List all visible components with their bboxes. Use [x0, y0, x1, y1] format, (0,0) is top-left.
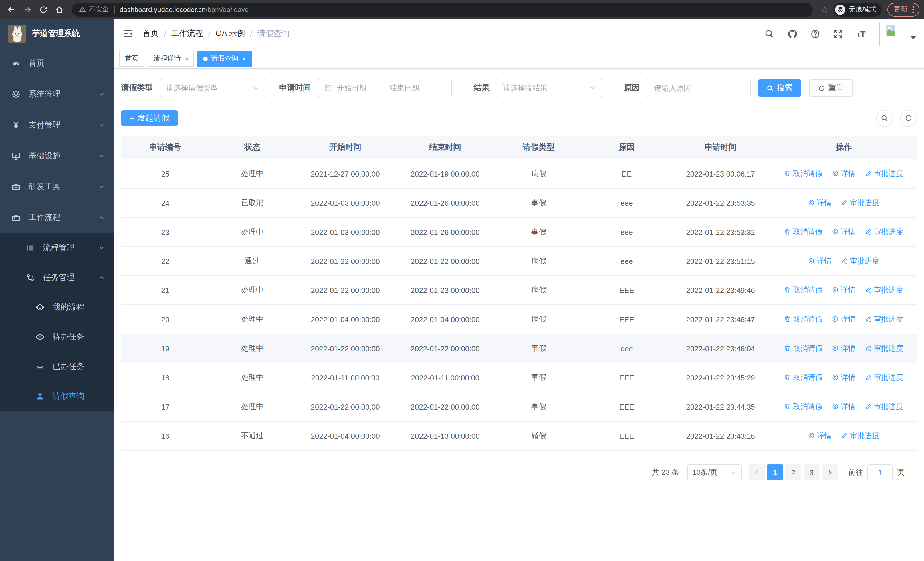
chevron-down-icon	[98, 152, 105, 159]
help-icon[interactable]	[809, 28, 821, 39]
create-leave-button[interactable]: + 发起请假	[121, 110, 178, 126]
approval-progress-link[interactable]: 审批进度	[864, 402, 903, 412]
view-icon	[831, 345, 839, 352]
detail-link[interactable]: 详情	[831, 373, 855, 383]
detail-link[interactable]: 详情	[831, 402, 855, 412]
approval-progress-link[interactable]: 审批进度	[864, 314, 903, 325]
page-size-select[interactable]: 10条/页	[687, 465, 742, 480]
cell-end: 2022-01-22 00:00:00	[396, 392, 495, 421]
result-select[interactable]: 请选择流结果	[496, 79, 602, 97]
sidebar-item-done-tasks[interactable]: 已办任务	[0, 352, 114, 382]
url-bar[interactable]: 不安全 dashboard.yudao.iocoder.cn/bpm/oa/le…	[72, 3, 813, 16]
goto-page-input[interactable]	[867, 465, 892, 480]
close-icon[interactable]: ×	[242, 55, 246, 62]
detail-link[interactable]: 详情	[808, 256, 831, 266]
cancel-leave-link[interactable]: 取消请假	[784, 373, 823, 383]
sidebar-item-todo-tasks[interactable]: 待办任务	[0, 322, 114, 352]
view-icon	[808, 257, 815, 265]
show-search-icon-button[interactable]	[876, 110, 893, 127]
tag-label: 首页	[125, 54, 139, 63]
cancel-leave-link[interactable]: 取消请假	[784, 314, 823, 325]
prev-page-button[interactable]	[749, 465, 765, 480]
font-size-icon[interactable]: тT	[855, 28, 866, 39]
detail-link[interactable]: 详情	[808, 431, 831, 441]
approval-progress-link[interactable]: 审批进度	[864, 227, 903, 237]
fullscreen-icon[interactable]	[832, 28, 843, 39]
page-button-3[interactable]: 3	[804, 465, 819, 480]
approval-progress-link[interactable]: 审批进度	[864, 373, 903, 383]
chevron-down-icon	[98, 91, 105, 98]
detail-link[interactable]: 详情	[831, 285, 855, 295]
sidebar-item-payment[interactable]: ¥ 支付管理	[0, 110, 114, 141]
tag-home[interactable]: 首页	[119, 51, 144, 66]
approval-progress-link[interactable]: 审批进度	[864, 168, 903, 179]
sidebar-fold-icon[interactable]	[122, 28, 134, 39]
tag-process-detail[interactable]: 流程详情 ×	[148, 51, 194, 66]
breadcrumb-item[interactable]: OA 示例	[216, 29, 245, 39]
browser-home-icon[interactable]	[52, 3, 66, 16]
sidebar-item-home[interactable]: 首页	[0, 48, 114, 79]
close-icon[interactable]: ×	[185, 55, 189, 62]
page-button-1[interactable]: 1	[767, 465, 783, 480]
sidebar-item-process-mgmt[interactable]: 流程管理	[0, 233, 114, 263]
cell-id: 19	[121, 334, 210, 363]
approval-progress-link[interactable]: 审批进度	[864, 343, 903, 353]
app-logo[interactable]: 芋道管理系统	[0, 19, 114, 48]
next-page-button[interactable]	[822, 465, 838, 480]
detail-link[interactable]: 详情	[831, 314, 855, 325]
leave-table: 申请编号 状态 开始时间 结束时间 请假类型 原因 申请时间 操作 25	[121, 136, 917, 451]
github-icon[interactable]	[786, 28, 798, 39]
sidebar-item-devtools[interactable]: 研发工具	[0, 171, 114, 202]
apply-time-range-picker[interactable]: 开始日期 - 结束日期	[318, 79, 452, 97]
detail-link[interactable]: 详情	[831, 343, 855, 353]
search-button[interactable]: 搜索	[758, 80, 801, 96]
cancel-leave-link[interactable]: 取消请假	[784, 285, 823, 295]
sidebar-item-my-process[interactable]: 我的流程	[0, 292, 114, 322]
detail-link[interactable]: 详情	[831, 168, 855, 179]
cancel-leave-link[interactable]: 取消请假	[784, 343, 823, 353]
table-header-row: 申请编号 状态 开始时间 结束时间 请假类型 原因 申请时间 操作	[121, 136, 917, 159]
avatar[interactable]	[879, 21, 902, 46]
sidebar-item-label: 我的流程	[52, 302, 84, 313]
cell-actions: 取消请假 详情 审批进度	[771, 217, 917, 247]
browser-forward-icon[interactable]	[21, 3, 34, 16]
reason-input[interactable]	[653, 83, 744, 93]
cell-status: 处理中	[210, 305, 295, 334]
browser-update-button[interactable]: 更新	[888, 3, 920, 16]
detail-link[interactable]: 详情	[831, 227, 855, 237]
browser-menu-icon[interactable]	[912, 5, 914, 14]
edit-pen-icon	[864, 170, 872, 177]
cell-end: 2022-01-13 00:00:00	[396, 421, 495, 450]
cell-id: 17	[121, 392, 210, 421]
cancel-leave-link[interactable]: 取消请假	[784, 402, 823, 412]
tags-bar: 首页 流程详情 × 请假查询 ×	[114, 49, 924, 69]
cancel-leave-link[interactable]: 取消请假	[784, 227, 823, 237]
reset-button[interactable]: 重置	[809, 80, 853, 96]
update-label: 更新	[894, 5, 908, 14]
sidebar-item-workflow[interactable]: 工作流程	[0, 202, 114, 233]
refresh-table-icon-button[interactable]	[900, 110, 917, 127]
leave-type-select[interactable]: 请选择请假类型	[160, 79, 266, 97]
page-button-2[interactable]: 2	[785, 465, 801, 480]
search-icon	[880, 114, 889, 122]
browser-reload-icon[interactable]	[36, 3, 50, 16]
breadcrumb-item[interactable]: 工作流程	[171, 29, 203, 39]
tag-leave-query[interactable]: 请假查询 ×	[198, 51, 252, 66]
sidebar-item-infra[interactable]: 基础设施	[0, 141, 114, 171]
caret-down-icon[interactable]	[910, 36, 916, 39]
sidebar-item-leave-query[interactable]: 请假查询	[0, 382, 114, 411]
sidebar-item-system[interactable]: 系统管理	[0, 79, 114, 110]
search-icon[interactable]	[764, 28, 775, 39]
approval-progress-link[interactable]: 审批进度	[841, 256, 879, 266]
cancel-leave-link[interactable]: 取消请假	[784, 168, 823, 179]
browser-back-icon[interactable]	[4, 3, 18, 16]
approval-progress-link[interactable]: 审批进度	[841, 431, 879, 441]
col-header-apply: 申请时间	[670, 136, 771, 159]
approval-progress-link[interactable]: 审批进度	[864, 285, 903, 295]
breadcrumb-item[interactable]: 首页	[142, 29, 159, 39]
detail-link[interactable]: 详情	[808, 198, 831, 208]
sidebar-item-task-mgmt[interactable]: 任务管理	[0, 263, 114, 292]
bookmark-star-icon[interactable]: ☆	[818, 5, 831, 14]
view-icon	[808, 199, 815, 206]
approval-progress-link[interactable]: 审批进度	[841, 198, 879, 208]
